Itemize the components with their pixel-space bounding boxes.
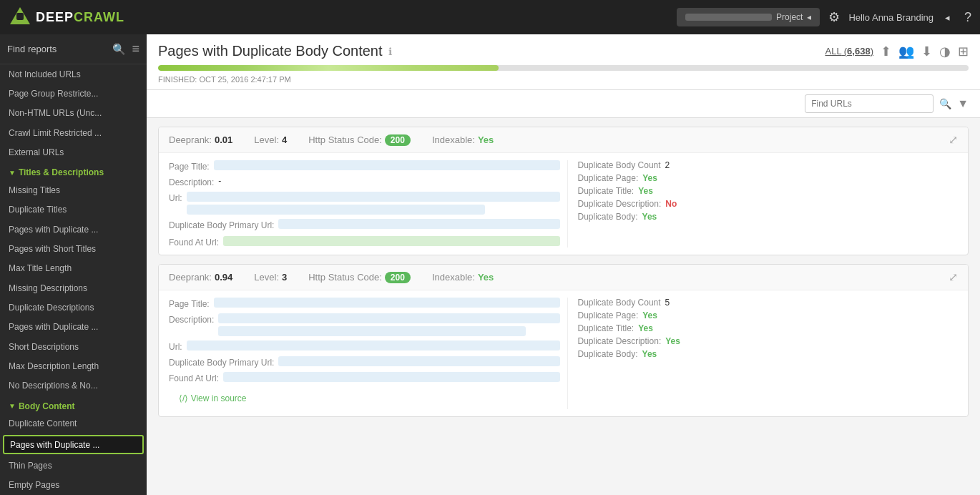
download-icon[interactable]: ⬇ (921, 44, 932, 59)
view-source-link[interactable]: ⟨/⟩ View in source (169, 391, 560, 406)
record-body-2: Page Title: Description: Url: (159, 290, 968, 416)
section-body-content[interactable]: ▼ Body Content (0, 396, 147, 414)
expand-icon-2[interactable]: ⤢ (949, 270, 958, 284)
field-dup-page-1: Duplicate Page: Yes (578, 173, 959, 183)
record-count: 6,638 (847, 46, 871, 57)
sidebar-item-pages-duplicate-title[interactable]: Pages with Duplicate ... (0, 220, 147, 239)
sidebar-item-duplicate-titles[interactable]: Duplicate Titles (0, 200, 147, 220)
chart-icon[interactable]: ◑ (939, 44, 951, 59)
level-1: 4 (282, 134, 287, 145)
settings-icon[interactable]: ⚙ (828, 9, 840, 25)
view-source-container: ⟨/⟩ View in source (169, 388, 560, 409)
section-arrow-icon: ▼ (9, 169, 16, 177)
field-dup-body-url-1: Duplicate Body Primary Url: (169, 219, 560, 232)
sidebar-item-max-description-length[interactable]: Max Description Length (0, 356, 147, 376)
help-icon[interactable]: ? (964, 10, 971, 25)
share-icon[interactable]: ⬆ (881, 44, 891, 59)
record-body-1: Page Title: Description: - Url: (159, 153, 968, 255)
deeprank-2: 0.94 (215, 272, 232, 283)
filter-funnel-icon[interactable]: ▼ (957, 97, 969, 110)
users-icon[interactable]: 👥 (898, 44, 914, 59)
field-dup-body-2: Duplicate Body: Yes (578, 349, 959, 359)
sidebar-item-non-html-urls[interactable]: Non-HTML URLs (Unc... (0, 104, 147, 123)
dup-page-1: Yes (642, 173, 657, 183)
field-dup-page-2: Duplicate Page: Yes (578, 310, 959, 320)
record-card-1: Deeprank: 0.01 Level: 4 Http Status Code… (158, 127, 969, 255)
status-badge-2: 200 (385, 272, 411, 283)
menu-icon[interactable]: ≡ (132, 41, 139, 57)
field-url-1: Url: (169, 192, 560, 215)
sidebar-item-external-urls[interactable]: External URLs (0, 142, 147, 162)
find-reports-label: Find reports (7, 44, 107, 54)
field-dup-description-1: Duplicate Description: No (578, 199, 959, 209)
info-icon[interactable]: ℹ (388, 46, 392, 57)
sidebar-item-not-included-urls[interactable]: Not Included URLs (0, 64, 147, 84)
record-header-1: Deeprank: 0.01 Level: 4 Http Status Code… (159, 127, 968, 153)
sidebar-item-empty-pages[interactable]: Empty Pages (0, 476, 147, 495)
logo-icon (9, 6, 31, 29)
expand-icon-1[interactable]: ⤢ (949, 133, 958, 147)
sidebar-item-crawl-limit[interactable]: Crawl Limit Restricted ... (0, 123, 147, 142)
main-content: Pages with Duplicate Body Content ℹ ALL … (147, 34, 980, 495)
sidebar-item-missing-titles[interactable]: Missing Titles (0, 180, 147, 200)
field-page-title-1: Page Title: (169, 160, 560, 172)
sidebar-item-pages-short-titles[interactable]: Pages with Short Titles (0, 239, 147, 258)
sidebar-item-pages-duplicate-desc[interactable]: Pages with Duplicate ... (0, 318, 147, 337)
sidebar-item-no-descriptions[interactable]: No Descriptions & No... (0, 376, 147, 395)
sidebar: Find reports 🔍 ≡ Not Included URLs Page … (0, 34, 147, 495)
dup-body-1: Yes (642, 212, 657, 222)
level-2: 3 (282, 272, 287, 283)
dup-page-2: Yes (642, 310, 657, 320)
header-actions: ALL (6,638) ⬆ 👥 ⬇ ◑ ⊞ (825, 44, 969, 59)
sidebar-item-missing-descriptions[interactable]: Missing Descriptions (0, 278, 147, 298)
field-url-2: Url: (169, 340, 560, 352)
sidebar-item-max-title-length[interactable]: Max Title Length (0, 259, 147, 278)
logo-crawl-text: CRAWL (74, 10, 124, 24)
sidebar-search-bar: Find reports 🔍 ≡ (0, 34, 147, 64)
desc-value-1: - (218, 176, 559, 186)
field-dup-body-1: Duplicate Body: Yes (578, 212, 959, 222)
finished-text: FINISHED: OCT 25, 2016 2:47:17 PM (158, 75, 969, 84)
sidebar-item-pages-duplicate-body[interactable]: Pages with Duplicate ... (3, 435, 144, 454)
filter-search-icon[interactable]: 🔍 (939, 98, 951, 109)
sidebar-item-short-descriptions[interactable]: Short Descriptions (0, 337, 147, 356)
progress-bar (158, 65, 969, 71)
dup-body-count-1: 2 (665, 160, 670, 170)
user-label: Hello Anna Branding (848, 12, 934, 23)
project-arrow-icon: ◂ (807, 12, 811, 22)
status-badge-1: 200 (385, 134, 411, 146)
grid-icon[interactable]: ⊞ (958, 44, 969, 59)
dup-title-2: Yes (638, 323, 653, 333)
project-label: Project (776, 12, 803, 22)
main-header: Pages with Duplicate Body Content ℹ ALL … (147, 34, 980, 90)
indexable-1: Yes (478, 134, 494, 145)
field-dup-title-2: Duplicate Title: Yes (578, 323, 959, 333)
field-dup-body-url-2: Duplicate Body Primary Url: (169, 356, 560, 368)
section-titles-descriptions[interactable]: ▼ Titles & Descriptions (0, 162, 147, 180)
field-dup-body-count-1: Duplicate Body Count 2 (578, 160, 959, 170)
all-count-label[interactable]: ALL (6,638) (825, 46, 874, 57)
sidebar-item-duplicate-descriptions[interactable]: Duplicate Descriptions (0, 298, 147, 317)
records-area: Deeprank: 0.01 Level: 4 Http Status Code… (147, 118, 980, 495)
dup-body-count-2: 5 (665, 298, 670, 308)
sidebar-item-duplicate-content[interactable]: Duplicate Content (0, 414, 147, 433)
logo-deep-text: DEEP (36, 10, 74, 24)
section-body-arrow-icon: ▼ (9, 402, 16, 410)
sidebar-item-thin-pages[interactable]: Thin Pages (0, 456, 147, 475)
find-urls-input[interactable] (805, 94, 934, 113)
project-selector[interactable]: Project ◂ (677, 8, 820, 26)
record-header-2: Deeprank: 0.94 Level: 3 Http Status Code… (159, 265, 968, 290)
dup-body-2: Yes (642, 349, 657, 359)
sidebar-item-page-group[interactable]: Page Group Restricte... (0, 84, 147, 103)
indexable-2: Yes (478, 272, 494, 283)
field-dup-description-2: Duplicate Description: Yes (578, 336, 959, 346)
search-icon[interactable]: 🔍 (112, 43, 126, 56)
page-title: Pages with Duplicate Body Content ℹ (158, 43, 392, 59)
deeprank-1: 0.01 (215, 134, 232, 145)
record-card-2: Deeprank: 0.94 Level: 3 Http Status Code… (158, 264, 969, 417)
logo: DEEPCRAWL (9, 6, 124, 29)
field-description-2: Description: (169, 313, 560, 336)
user-arrow-icon: ◂ (945, 12, 950, 23)
filter-bar: 🔍 ▼ (147, 90, 980, 118)
field-description-1: Description: - (169, 176, 560, 187)
